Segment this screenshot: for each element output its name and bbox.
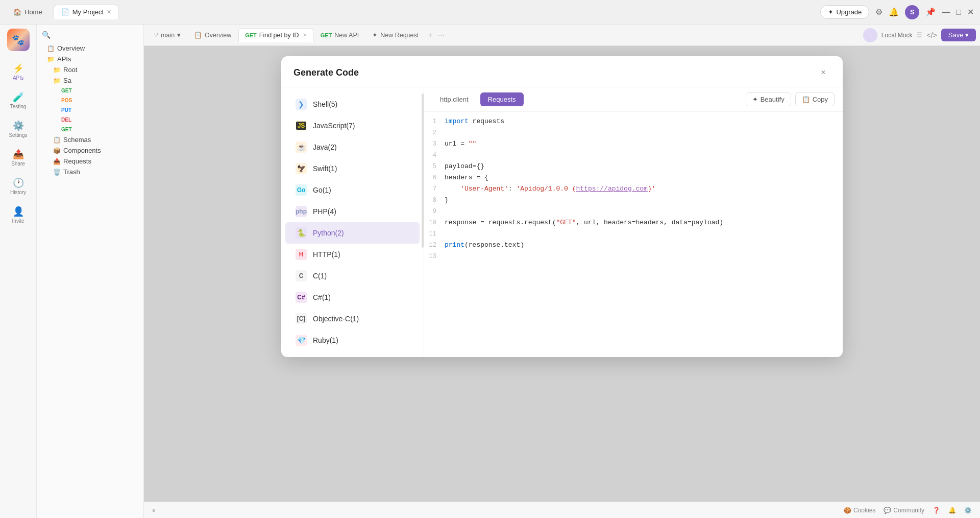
community-button[interactable]: 💬 Community xyxy=(884,507,924,514)
file-tree-put[interactable]: PUT xyxy=(39,105,141,115)
notifications-icon[interactable]: 🔔 xyxy=(889,7,899,17)
settings-icon[interactable]: ⚙ xyxy=(875,7,883,17)
code-icon[interactable]: </> xyxy=(926,31,937,39)
file-tree-get2[interactable]: GET xyxy=(39,125,141,134)
sidebar-item-invite[interactable]: 👤 Invite xyxy=(5,201,32,228)
lang-item-php[interactable]: php PHP(4) xyxy=(285,201,420,222)
file-tree-pos[interactable]: POS xyxy=(39,96,141,105)
user-avatar[interactable]: S xyxy=(905,5,919,19)
tab-new-api[interactable]: GET New API xyxy=(314,29,365,42)
code-line-11: 11 xyxy=(424,228,843,240)
lang-item-java[interactable]: ☕ Java(2) xyxy=(285,136,420,158)
lang-item-objective-c[interactable]: [C] Objective-C(1) xyxy=(285,308,420,329)
tab-branch[interactable]: ⑂ main ▾ xyxy=(148,28,187,42)
sidebar-item-apis[interactable]: ⚡ APIs xyxy=(5,58,32,85)
beautify-button[interactable]: ✦ Beautify xyxy=(746,92,791,106)
menu-icon[interactable]: ☰ xyxy=(916,31,922,39)
pin-icon[interactable]: 📌 xyxy=(925,7,936,17)
settings-bottom-button[interactable]: ⚙️ xyxy=(964,507,972,514)
csharp-icon: C# xyxy=(296,292,307,303)
lang-item-go[interactable]: Go Go(1) xyxy=(285,179,420,201)
modal-title: Generate Code xyxy=(293,67,359,78)
find-pet-close[interactable]: ✕ xyxy=(303,32,307,38)
lang-item-c[interactable]: C C(1) xyxy=(285,265,420,287)
code-line-1: 1 import requests xyxy=(424,116,843,127)
minimize-icon[interactable]: — xyxy=(942,8,950,17)
project-tab-close[interactable]: ✕ xyxy=(107,9,111,15)
get2-method-tag: GET xyxy=(59,126,74,133)
modal-close-button[interactable]: × xyxy=(816,65,830,80)
beautify-icon: ✦ xyxy=(752,96,758,103)
add-tab-button[interactable]: + xyxy=(426,31,434,40)
file-tree-apis[interactable]: 📁 APIs xyxy=(39,54,141,64)
code-line-7: 7 'User-Agent': 'Apidog/1.0.0 (https://a… xyxy=(424,183,843,195)
notification-bottom-icon: 🔔 xyxy=(948,507,956,514)
project-icon: 📄 xyxy=(61,8,69,16)
search-bar: 🔍 xyxy=(37,29,143,43)
settings-bottom-icon: ⚙️ xyxy=(964,507,972,514)
file-tree-get1[interactable]: GET xyxy=(39,86,141,96)
collapse-sidebar-button[interactable]: « xyxy=(152,507,156,514)
upgrade-icon: ✦ xyxy=(828,8,834,16)
get-method-tag: GET xyxy=(59,87,74,94)
schemas-icon: 📋 xyxy=(53,136,61,144)
save-button[interactable]: Save ▾ xyxy=(941,29,976,41)
code-tab-http-client[interactable]: http.client xyxy=(432,92,476,106)
close-window-icon[interactable]: ✕ xyxy=(967,7,974,17)
lang-item-http[interactable]: H HTTP(1) xyxy=(285,244,420,265)
code-line-6: 6 headers = { xyxy=(424,172,843,183)
copy-icon: 📋 xyxy=(802,96,810,103)
file-tree-root[interactable]: 📁 Root xyxy=(39,64,141,75)
sidebar-item-share[interactable]: 📤 Share xyxy=(5,144,32,171)
title-bar: 🏠 Home 📄 My Project ✕ ✦ Upgrade ⚙ 🔔 S 📌 … xyxy=(0,0,980,25)
python-icon: 🐍 xyxy=(296,227,307,239)
tab-overview[interactable]: 📋 Overview xyxy=(188,28,237,42)
code-line-13: 13 xyxy=(424,251,843,262)
avatar-small[interactable] xyxy=(863,28,877,42)
content-area: Generate Code × ❯ xyxy=(144,46,980,502)
file-tree-del[interactable]: DEL xyxy=(39,115,141,125)
file-tree-requests[interactable]: 📤 Requests xyxy=(39,156,141,167)
tab-new-request[interactable]: ✦ New Request xyxy=(366,28,425,42)
maximize-icon[interactable]: □ xyxy=(956,8,961,17)
tab-find-pet[interactable]: GET Find pet by ID ✕ xyxy=(238,28,313,42)
testing-icon: 🧪 xyxy=(13,91,24,103)
del-method-tag: DEL xyxy=(59,116,74,123)
copy-button[interactable]: 📋 Copy xyxy=(795,92,835,106)
find-pet-method: GET xyxy=(245,32,257,38)
lang-item-ruby[interactable]: 💎 Ruby(1) xyxy=(285,329,420,351)
file-sidebar: 🔍 📋 Overview 📁 APIs 📁 Root 📁 Sa GET POS … xyxy=(37,25,144,518)
notification-bottom-button[interactable]: 🔔 xyxy=(948,507,956,514)
project-tab[interactable]: 📄 My Project ✕ xyxy=(54,5,119,19)
modal-overlay[interactable]: Generate Code × ❯ xyxy=(144,46,980,502)
app-logo[interactable]: 🐾 xyxy=(7,29,30,51)
file-tree-trash[interactable]: 🗑️ Trash xyxy=(39,167,141,177)
sidebar-item-testing[interactable]: 🧪 Testing xyxy=(5,87,32,113)
javascript-icon: JS xyxy=(296,120,307,131)
code-tab-requests[interactable]: Requests xyxy=(480,92,524,106)
lang-item-javascript[interactable]: JS JavaScript(7) xyxy=(285,115,420,136)
help-button[interactable]: ❓ xyxy=(933,507,940,514)
lang-item-shell[interactable]: ❯ Shell(5) xyxy=(285,93,420,115)
ruby-icon: 💎 xyxy=(296,335,307,346)
overview-icon: 📋 xyxy=(47,45,55,52)
file-tree-overview[interactable]: 📋 Overview xyxy=(39,43,141,54)
home-tab[interactable]: 🏠 Home xyxy=(6,5,50,19)
lang-list-scroll: ❯ Shell(5) JS JavaScript(7) xyxy=(281,93,424,351)
bottom-bar-right: 🍪 Cookies 💬 Community ❓ 🔔 ⚙️ xyxy=(844,507,972,514)
lang-item-python[interactable]: 🐍 Python(2) xyxy=(285,222,420,244)
sidebar-item-history[interactable]: 🕐 History xyxy=(5,173,32,199)
cookies-button[interactable]: 🍪 Cookies xyxy=(844,507,875,514)
sidebar-item-settings[interactable]: ⚙️ Settings xyxy=(5,115,32,142)
file-tree-components[interactable]: 📦 Components xyxy=(39,145,141,156)
save-chevron-icon: ▾ xyxy=(965,31,969,39)
file-tree-sa[interactable]: 📁 Sa xyxy=(39,75,141,86)
lang-scrollbar[interactable] xyxy=(422,93,424,248)
more-tabs-button[interactable]: ··· xyxy=(436,31,447,40)
upgrade-button[interactable]: ✦ Upgrade xyxy=(820,5,869,19)
sa-folder-icon: 📁 xyxy=(53,77,61,84)
file-tree-schemas[interactable]: 📋 Schemas xyxy=(39,134,141,145)
lang-item-csharp[interactable]: C# C#(1) xyxy=(285,287,420,308)
components-icon: 📦 xyxy=(53,147,61,154)
lang-item-swift[interactable]: 🦅 Swift(1) xyxy=(285,158,420,179)
